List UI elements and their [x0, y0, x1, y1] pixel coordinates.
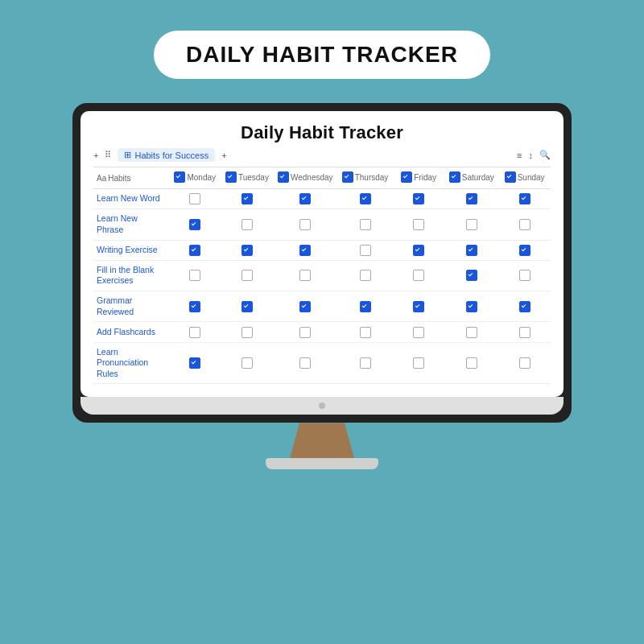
day-cell[interactable] [221, 260, 274, 291]
checkbox[interactable] [519, 357, 530, 369]
day-cell[interactable] [393, 342, 445, 384]
checkbox[interactable] [466, 193, 477, 204]
day-cell[interactable] [169, 322, 221, 342]
checkbox[interactable] [242, 301, 253, 312]
checkbox[interactable] [413, 270, 424, 281]
day-cell[interactable] [221, 342, 274, 384]
checkbox[interactable] [189, 193, 200, 204]
day-cell[interactable] [273, 342, 337, 384]
day-cell[interactable] [393, 240, 445, 260]
day-cell[interactable] [221, 209, 274, 240]
day-cell[interactable] [337, 189, 393, 209]
day-cell[interactable] [498, 260, 551, 291]
checkbox[interactable] [466, 357, 477, 369]
day-cell[interactable] [444, 189, 498, 209]
toolbar-add[interactable]: + [221, 151, 226, 160]
checkbox[interactable] [360, 327, 371, 338]
day-cell[interactable] [169, 291, 221, 322]
day-cell[interactable] [169, 240, 221, 260]
day-cell[interactable] [444, 342, 498, 384]
checkbox[interactable] [299, 301, 311, 312]
checkbox[interactable] [413, 327, 424, 338]
day-cell[interactable] [498, 342, 551, 384]
checkbox[interactable] [189, 219, 200, 230]
day-cell[interactable] [444, 291, 498, 322]
checkbox[interactable] [242, 270, 253, 281]
day-cell[interactable] [498, 240, 551, 260]
checkbox[interactable] [519, 219, 530, 230]
toolbar-plus[interactable]: + [93, 151, 98, 160]
checkbox[interactable] [466, 327, 477, 338]
checkbox[interactable] [519, 245, 530, 256]
checkbox[interactable] [189, 270, 200, 281]
day-cell[interactable] [498, 322, 551, 342]
day-cell[interactable] [221, 322, 274, 342]
checkbox[interactable] [299, 193, 311, 204]
day-cell[interactable] [393, 260, 445, 291]
checkbox[interactable] [299, 245, 311, 256]
checkbox[interactable] [413, 357, 424, 369]
day-cell[interactable] [337, 260, 393, 291]
day-cell[interactable] [273, 209, 337, 240]
checkbox[interactable] [519, 301, 530, 312]
day-cell[interactable] [273, 240, 337, 260]
checkbox[interactable] [413, 219, 424, 230]
day-cell[interactable] [169, 342, 221, 384]
checkbox[interactable] [299, 270, 311, 281]
checkbox[interactable] [466, 219, 477, 230]
checkbox[interactable] [360, 219, 371, 230]
day-cell[interactable] [444, 322, 498, 342]
day-cell[interactable] [221, 240, 274, 260]
checkbox[interactable] [189, 245, 200, 256]
day-cell[interactable] [393, 322, 445, 342]
day-cell[interactable] [444, 240, 498, 260]
day-cell[interactable] [393, 189, 445, 209]
toolbar-grid-icon[interactable]: ⠿ [105, 150, 111, 160]
checkbox[interactable] [242, 193, 253, 204]
checkbox[interactable] [189, 357, 200, 369]
filter-icon[interactable]: ≡ [517, 151, 522, 160]
checkbox[interactable] [299, 219, 311, 230]
day-cell[interactable] [169, 189, 221, 209]
day-cell[interactable] [337, 342, 393, 384]
day-cell[interactable] [337, 240, 393, 260]
checkbox[interactable] [466, 301, 477, 312]
day-cell[interactable] [273, 189, 337, 209]
day-cell[interactable] [393, 291, 445, 322]
checkbox[interactable] [299, 327, 311, 338]
checkbox[interactable] [360, 357, 371, 369]
day-cell[interactable] [221, 189, 274, 209]
day-cell[interactable] [169, 260, 221, 291]
checkbox[interactable] [413, 301, 424, 312]
day-cell[interactable] [498, 291, 551, 322]
day-cell[interactable] [498, 209, 551, 240]
day-cell[interactable] [337, 322, 393, 342]
checkbox[interactable] [413, 245, 424, 256]
day-cell[interactable] [273, 260, 337, 291]
day-cell[interactable] [273, 291, 337, 322]
checkbox[interactable] [189, 301, 200, 312]
day-cell[interactable] [169, 209, 221, 240]
checkbox[interactable] [360, 245, 371, 256]
checkbox[interactable] [360, 301, 371, 312]
checkbox[interactable] [242, 219, 253, 230]
day-cell[interactable] [337, 209, 393, 240]
checkbox[interactable] [519, 193, 530, 204]
day-cell[interactable] [498, 189, 551, 209]
day-cell[interactable] [444, 260, 498, 291]
checkbox[interactable] [466, 245, 477, 256]
checkbox[interactable] [360, 193, 371, 204]
toolbar-tab[interactable]: ⊞ Habits for Success [118, 148, 215, 162]
checkbox[interactable] [466, 270, 477, 281]
sort-icon[interactable]: ↕ [529, 151, 534, 160]
day-cell[interactable] [444, 209, 498, 240]
day-cell[interactable] [337, 291, 393, 322]
checkbox[interactable] [360, 270, 371, 281]
checkbox[interactable] [299, 357, 311, 369]
day-cell[interactable] [273, 322, 337, 342]
day-cell[interactable] [393, 209, 445, 240]
checkbox[interactable] [189, 327, 200, 338]
checkbox[interactable] [242, 327, 253, 338]
checkbox[interactable] [519, 270, 530, 281]
search-icon[interactable]: 🔍 [539, 150, 551, 160]
